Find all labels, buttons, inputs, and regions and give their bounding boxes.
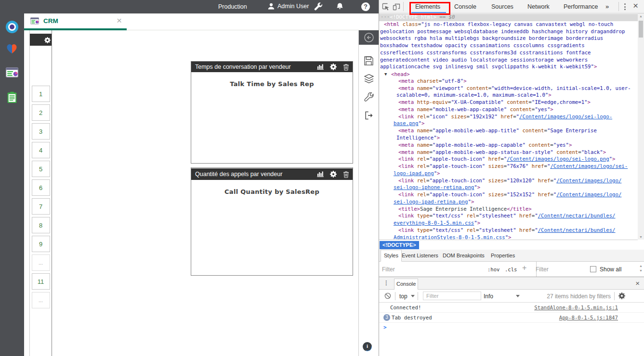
dom-tree-node[interactable]: <link rel="apple-touch-icon" sizes="152x… (379, 191, 638, 199)
clipboard-icon[interactable] (7, 91, 19, 104)
dom-tree-node[interactable]: <html class="js no-flexbox flexbox-legac… (379, 21, 638, 28)
drawer-tab-console[interactable]: Console (394, 279, 418, 290)
drawer-menu-icon[interactable]: ⋮ (383, 280, 389, 286)
devtools-close-icon[interactable]: × (633, 0, 638, 11)
devtools-tab-network[interactable]: Network (527, 3, 550, 10)
dom-tree-node[interactable]: everything-8-0-1-5.min.css"> (379, 220, 638, 227)
clear-console-icon[interactable] (384, 292, 391, 301)
heart-icon[interactable] (6, 42, 18, 55)
page-button-7[interactable]: 7 (32, 198, 50, 215)
log-level-dropdown-icon[interactable] (516, 295, 520, 297)
breadcrumb-doctype[interactable]: <!DOCTYPE> (380, 241, 419, 249)
target-icon[interactable] (6, 21, 18, 33)
pseudo-state-button[interactable]: :hov (487, 267, 499, 272)
page-button-9[interactable]: 9 (32, 236, 50, 252)
sign-out-button[interactable] (359, 106, 379, 125)
dom-tree-node[interactable]: <meta name="apple-mobile-web-app-title" … (379, 127, 638, 135)
console-source-link[interactable]: App-8-0-1-5.js:1847 (559, 315, 618, 321)
page-button-11[interactable]: 11 (32, 273, 50, 290)
page-button-6[interactable]: 6 (32, 179, 50, 196)
save-button[interactable] (359, 51, 379, 70)
page-button-...[interactable]: ... (32, 292, 50, 308)
widget-chart-icon[interactable] (316, 171, 324, 178)
show-all-checkbox[interactable] (590, 266, 596, 272)
dom-tree-node[interactable]: <link rel="apple-touch-icon" sizes="76x7… (379, 163, 638, 170)
context-dropdown-icon[interactable] (411, 295, 415, 297)
dom-tree-node[interactable]: <link rel="icon" sizes="192x192" href="/… (379, 114, 638, 121)
page-button-...[interactable]: ... (32, 254, 50, 271)
page-button-3[interactable]: 3 (32, 123, 50, 140)
console-settings-gear-icon[interactable] (618, 292, 625, 301)
devtools-tab-performance[interactable]: Performance (564, 3, 598, 10)
info-icon[interactable]: i (363, 342, 372, 351)
dom-tree-node[interactable]: ▼<head> (379, 71, 638, 78)
dom-tree-node[interactable]: <meta name="mobile-web-app-capable" cont… (379, 106, 638, 114)
user-menu[interactable]: Admin User (267, 2, 309, 10)
scrollbar-up-icon[interactable]: ▲ (638, 14, 644, 18)
tab-crm[interactable]: CRM × (24, 13, 127, 30)
class-toggle-button[interactable]: .cls (505, 267, 517, 272)
console-source-link[interactable]: StandAlone-8-0-1-5.min.js:1 (534, 305, 618, 311)
tools-wrench-button[interactable] (359, 88, 379, 106)
dom-tree-node[interactable]: applicationcache svg inlinesvg smil svgc… (379, 64, 638, 71)
dom-tree-node[interactable]: logo-ipad.png"> (379, 170, 638, 178)
dom-tree-node[interactable]: boxshadow textshadow opacity cssanimatio… (379, 42, 638, 50)
styles-tab-properties[interactable]: Properties (491, 253, 515, 258)
pane-scroll-up-icon[interactable]: ▲ (639, 264, 643, 267)
dom-tree-node[interactable]: generatedcontent video audio localstorag… (379, 57, 638, 64)
dom-tree-node[interactable]: websockets rgba hsla multiplebgs backgro… (379, 35, 638, 42)
dashboard-icon[interactable] (6, 67, 18, 80)
elements-scrollbar[interactable]: ▲ ▼ (638, 13, 644, 240)
dom-tree-node[interactable]: <meta name="apple-mobile-web-app-capable… (379, 142, 638, 149)
console-prompt[interactable]: > (379, 323, 644, 333)
dom-tree-node[interactable]: scalable=0, minimum-scale=1.0, maximum-s… (379, 92, 638, 99)
dom-tree-node[interactable]: <meta charset="utf-8"> (379, 78, 638, 85)
page-button-1[interactable]: 1 (32, 86, 50, 102)
page-button-2[interactable]: 2 (32, 104, 50, 121)
tab-close-icon[interactable]: × (117, 15, 122, 26)
widget-gear-icon[interactable] (329, 64, 337, 71)
dom-tree-node[interactable]: <link rel="apple-touch-icon" sizes="120x… (379, 178, 638, 185)
new-style-rule-button[interactable]: + (522, 264, 526, 272)
dom-tree-node[interactable]: <meta name="apple-mobile-web-app-status-… (379, 149, 638, 156)
page-button-8[interactable]: 8 (32, 217, 50, 233)
computed-filter-input[interactable]: Filter (536, 266, 549, 273)
devtools-menu-icon[interactable] (624, 3, 626, 12)
dom-tree-node[interactable]: sei-logo-iphone-retina.png"> (379, 184, 638, 191)
settings-wrench-icon[interactable] (314, 2, 323, 13)
page-button-5[interactable]: 5 (32, 161, 50, 177)
dom-tree-node[interactable]: <title>Sage Enterprise Intelligence</tit… (379, 206, 638, 213)
widget-gear-icon[interactable] (329, 171, 337, 178)
devtools-tab-console[interactable]: Console (454, 3, 476, 10)
dom-tree-node[interactable]: AdministrationStyles-8-0-1-5.min.css"> (379, 234, 638, 240)
inspect-element-icon[interactable] (382, 3, 390, 13)
devtools-tab-sources[interactable]: Sources (491, 3, 513, 10)
styles-tab-event-listeners[interactable]: Event Listeners (402, 253, 438, 258)
device-toolbar-icon[interactable] (393, 3, 400, 13)
dom-tree-node[interactable]: <link type="text/css" rel="stylesheet" h… (379, 213, 638, 220)
widget-trash-icon[interactable] (342, 64, 350, 71)
dom-tree-node[interactable]: <link rel="apple-touch-icon" href="/Cont… (379, 156, 638, 163)
pane-scroll-down-icon[interactable]: ▼ (639, 269, 643, 272)
drawer-close-icon[interactable]: × (635, 279, 640, 287)
dom-tree-node[interactable]: geolocation postmessage websqldatabase i… (379, 28, 638, 36)
dom-tree-node[interactable]: <meta http-equiv="X-UA-Compatible" conte… (379, 99, 638, 106)
scrollbar-thumb[interactable] (639, 21, 643, 38)
pages-gear-icon[interactable] (44, 37, 51, 43)
console-filter-input[interactable] (423, 292, 481, 300)
dom-tree-node[interactable]: <link type="text/css" rel="stylesheet" h… (379, 227, 638, 234)
help-icon[interactable]: ? (361, 2, 370, 11)
widget-chart-icon[interactable] (316, 64, 324, 71)
dom-tree-node[interactable]: <meta name="viewport" content="width=dev… (379, 85, 638, 92)
styles-tab-styles[interactable]: Styles (381, 250, 402, 262)
environment-label[interactable]: Production (218, 3, 247, 10)
styles-filter-input[interactable]: Filter (382, 266, 395, 273)
page-button-4[interactable]: 4 (32, 142, 50, 158)
layers-button[interactable] (359, 70, 379, 88)
dom-tree-node[interactable]: cssreflections csstransforms csstransfor… (379, 50, 638, 57)
dom-tree-node[interactable]: Intelligence"> (379, 135, 638, 142)
log-level-selector[interactable]: Info (484, 293, 493, 300)
more-tabs-icon[interactable]: » (605, 3, 609, 10)
styles-tab-dom-breakpoints[interactable]: DOM Breakpoints (443, 253, 485, 258)
notifications-bell-icon[interactable] (336, 2, 344, 13)
